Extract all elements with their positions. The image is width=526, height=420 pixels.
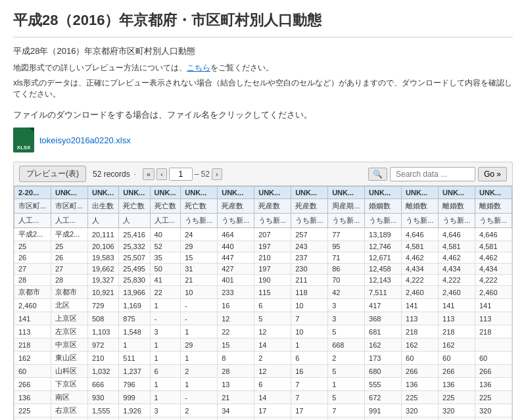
table-cell: 南区 [51, 391, 87, 404]
prev-page-button[interactable]: ‹ [156, 168, 167, 180]
table-cell: 70 [328, 275, 365, 286]
search-icon-button[interactable]: 🔍 [368, 168, 387, 181]
table-cell: 6 [254, 299, 291, 312]
table-cell: 52 [150, 241, 181, 252]
table-row: 136南区9309991-211475672225225225 [14, 391, 512, 404]
col-subheader: 離婚数 [475, 199, 512, 214]
table-cell: 173 [365, 352, 402, 365]
table-cell: 20,111 [87, 228, 118, 241]
col-subheader2: うち新... [181, 214, 218, 228]
table-cell: 3 [328, 299, 365, 312]
col-header[interactable]: UNK... [254, 187, 291, 199]
table-cell: 207 [254, 228, 291, 241]
table-cell: 6 [291, 352, 328, 365]
col-header[interactable]: UNK... [291, 187, 328, 199]
col-header[interactable]: UNK... [402, 187, 439, 199]
col-header[interactable]: UNK... [87, 187, 118, 199]
table-cell: 22 [218, 325, 254, 338]
col-header[interactable]: UNK... [150, 187, 181, 199]
table-cell: 77 [328, 228, 365, 241]
col-header[interactable]: UNK... [475, 187, 512, 199]
table-cell: 511 [119, 352, 150, 365]
pagination: « ‹ – 52 › [143, 168, 222, 181]
table-cell: 4,581 [439, 241, 475, 252]
table-cell: 190 [254, 275, 291, 286]
table-row: 282819,32725,83041214011902117012,1434,2… [14, 275, 512, 286]
page-input[interactable] [169, 168, 193, 181]
table-cell: 16 [218, 299, 254, 312]
table-cell: 218 [475, 325, 512, 338]
table-cell: 21 [181, 275, 218, 286]
table-cell: 5 [328, 365, 365, 378]
note1-link[interactable]: こちら [187, 63, 210, 72]
table-cell: 29 [181, 241, 218, 252]
table-cell: 141 [475, 299, 512, 312]
col-header[interactable]: UNK... [328, 187, 365, 199]
preview-button[interactable]: プレビュー(表) [19, 166, 86, 182]
file-link[interactable]: tokeisyo2016a0220.xlsx [39, 135, 131, 145]
table-cell: 17 [291, 404, 328, 417]
col-header[interactable]: UNK... [218, 187, 254, 199]
table-cell: 25 [51, 241, 87, 252]
table-cell: 26 [51, 252, 87, 264]
table-cell: 210 [87, 352, 118, 365]
data-table-wrapper: 2-20...UNK...UNK...UNK...UNK...UNK...UNK… [13, 185, 513, 420]
table-cell: 233 [218, 286, 254, 299]
table-cell: 15 [181, 252, 218, 264]
table-cell: 266 [439, 365, 475, 378]
table-cell: 680 [365, 365, 402, 378]
table-cell: 15 [218, 338, 254, 352]
table-cell: 266 [14, 378, 51, 391]
table-cell: 2,460 [402, 286, 439, 299]
table-cell: 141 [402, 299, 439, 312]
col-header[interactable]: UNK... [51, 187, 87, 199]
table-cell: 1 [291, 338, 328, 352]
table-cell: 136 [475, 378, 512, 391]
table-cell: 320 [402, 404, 439, 417]
go-button[interactable]: Go » [478, 167, 507, 181]
table-cell: 50 [150, 264, 181, 275]
col-subheader2: うち新... [218, 214, 254, 228]
table-cell: 12,746 [365, 241, 402, 252]
table-row: 218中京区972112915141668162162162 [14, 338, 512, 352]
col-subheader2: 人 [87, 214, 118, 228]
table-cell: 666 [87, 378, 118, 391]
table-cell: 672 [365, 391, 402, 404]
table-cell: 237 [291, 252, 328, 264]
table-cell: 左京区 [51, 325, 87, 338]
table-cell: 197 [254, 264, 291, 275]
table-cell: 197 [254, 241, 291, 252]
col-subheader2: うち新... [439, 214, 475, 228]
search-input[interactable] [390, 167, 475, 181]
note1: 地図形式での詳しいプレビュー方法については、こちらをご覧ください。 [13, 62, 513, 74]
col-header[interactable]: UNK... [365, 187, 402, 199]
table-cell: 4 [328, 417, 365, 421]
table-cell: 427 [218, 264, 254, 275]
table-cell: 257 [291, 228, 328, 241]
table-cell: 2 [181, 404, 218, 417]
table-cell: 1 [181, 325, 218, 338]
table-cell: 5 [328, 391, 365, 404]
table-cell: 2,460 [14, 299, 51, 312]
table-cell: 136 [439, 378, 475, 391]
first-page-button[interactable]: « [143, 168, 155, 180]
col-header[interactable]: UNK... [181, 187, 218, 199]
table-row: 162東山区210511118262173606060 [14, 352, 512, 365]
col-subheader2: うち新... [365, 214, 402, 228]
table-cell: 13,966 [119, 286, 150, 299]
table-cell: 508 [87, 312, 118, 325]
col-header[interactable]: UNK... [439, 187, 475, 199]
table-cell: 266 [475, 365, 512, 378]
col-subheader2: 人工... [51, 214, 87, 228]
table-cell: 12,143 [365, 275, 402, 286]
search-area: 🔍 Go » [368, 167, 507, 181]
col-header[interactable]: 2-20... [14, 187, 51, 199]
col-subheader2: 人 [119, 214, 150, 228]
table-cell: 1,103 [87, 325, 118, 338]
next-page-button[interactable]: › [212, 168, 222, 180]
table-cell: 320 [439, 404, 475, 417]
table-cell: 31 [181, 264, 218, 275]
col-subheader: 死産数 [254, 199, 291, 214]
table-cell: 999 [119, 391, 150, 404]
col-header[interactable]: UNK... [119, 187, 150, 199]
